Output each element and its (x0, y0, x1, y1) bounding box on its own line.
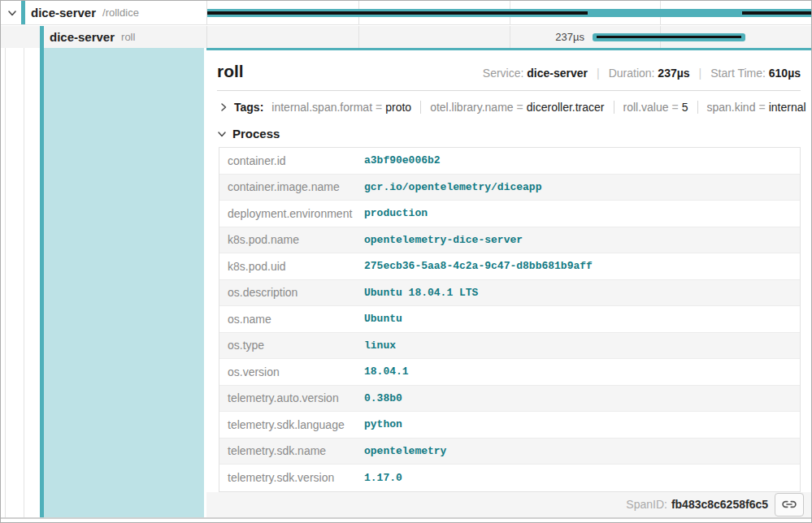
overview-separator: | (699, 67, 702, 80)
chevron-right-icon (219, 102, 228, 112)
table-row: telemetry.auto.version0.38b0 (219, 386, 800, 413)
span-row-roll-selected[interactable]: dice-server roll 237µs (1, 26, 811, 48)
overview-start-time: Start Time: 610µs (710, 67, 801, 80)
timeline-cell-rolldice[interactable] (206, 1, 811, 24)
selected-span-highlight (44, 48, 204, 517)
tag-summary-item: span.kind=internal (707, 101, 806, 114)
overview-separator: | (597, 67, 600, 80)
chevron-down-icon[interactable] (7, 7, 18, 19)
process-kv-table: container.ida3bf90e006b2 container.image… (219, 147, 801, 492)
process-header-label: Process (232, 127, 280, 140)
link-icon (782, 497, 797, 512)
overview-service: Service: dice-server (483, 67, 588, 80)
span-overview: Service: dice-server | Duration: 237µs |… (483, 67, 801, 80)
table-row: container.image.namegcr.io/opentelemetry… (219, 175, 800, 201)
tag-summary-item: otel.library.name=diceroller.tracer (430, 101, 604, 114)
span-detail-panel: roll Service: dice-server | Duration: 23… (206, 48, 811, 519)
tag-separator (420, 101, 421, 114)
jaeger-trace-detail-page: dice-server /rolldice dice-server roll (0, 0, 812, 523)
span-detail-footer: SpanID: fb483c8c6258f6c5 (206, 492, 811, 520)
table-row: telemetry.sdk.languagepython (219, 412, 800, 439)
deep-link-button[interactable] (775, 493, 804, 517)
tree-guide-line (24, 48, 24, 517)
tag-summary-item: internal.span.format=proto (271, 101, 411, 114)
span-tree-rail (1, 48, 206, 519)
process-accordion-toggle[interactable]: Process (217, 122, 801, 147)
table-row: telemetry.sdk.nameopentelemetry (219, 439, 800, 465)
timeline-cell-roll[interactable]: 237µs (206, 26, 811, 48)
span-detail-header: roll Service: dice-server | Duration: 23… (217, 50, 801, 91)
tree-guide-line (5, 48, 6, 517)
table-row: container.ida3bf90e006b2 (219, 148, 800, 175)
table-row: os.nameUbuntu (219, 306, 800, 333)
span-operation-name: roll (121, 31, 135, 43)
span-name-cell-roll[interactable]: dice-server roll (1, 26, 206, 48)
span-name-cell-rolldice[interactable]: dice-server /rolldice (1, 1, 206, 24)
span-self-time-marker (207, 11, 588, 15)
table-row: os.typelinux (219, 333, 800, 360)
overview-duration: Duration: 237µs (609, 67, 690, 80)
service-color-bar (21, 1, 25, 24)
span-bar-roll[interactable] (593, 33, 745, 41)
span-operation-name: /rolldice (102, 6, 139, 19)
tag-separator (614, 101, 614, 114)
tags-accordion-toggle[interactable]: Tags: internal.span.format=proto otel.li… (217, 91, 801, 122)
span-row-rolldice[interactable]: dice-server /rolldice (1, 1, 811, 25)
spanid-value: fb483c8c6258f6c5 (671, 498, 768, 511)
tags-header-label: Tags: (234, 101, 263, 114)
table-row: os.version18.04.1 (219, 359, 800, 386)
chevron-down-icon (217, 129, 227, 139)
table-row: deployment.environmentproduction (219, 201, 800, 227)
span-service-name: dice-server (50, 30, 115, 44)
spanid-label: SpanID: (626, 498, 667, 511)
table-row: k8s.pod.nameopentelemetry-dice-server (219, 227, 800, 254)
table-row: os.descriptionUbuntu 18.04.1 LTS (219, 280, 800, 307)
span-detail-title: roll (217, 62, 244, 81)
tag-summary-item: roll.value=5 (623, 101, 688, 114)
span-self-time-marker (742, 11, 811, 15)
table-row: telemetry.sdk.version1.17.0 (219, 465, 800, 491)
span-duration-label: 237µs (207, 26, 584, 48)
tag-separator (697, 101, 698, 114)
span-self-time-marker (597, 36, 741, 38)
service-color-bar (40, 26, 44, 48)
span-service-name: dice-server (31, 6, 96, 19)
table-row: k8s.pod.uid275ecb36-5aa8-4c2a-9c47-d8bb6… (219, 253, 800, 280)
span-bar-rolldice[interactable] (207, 9, 811, 17)
